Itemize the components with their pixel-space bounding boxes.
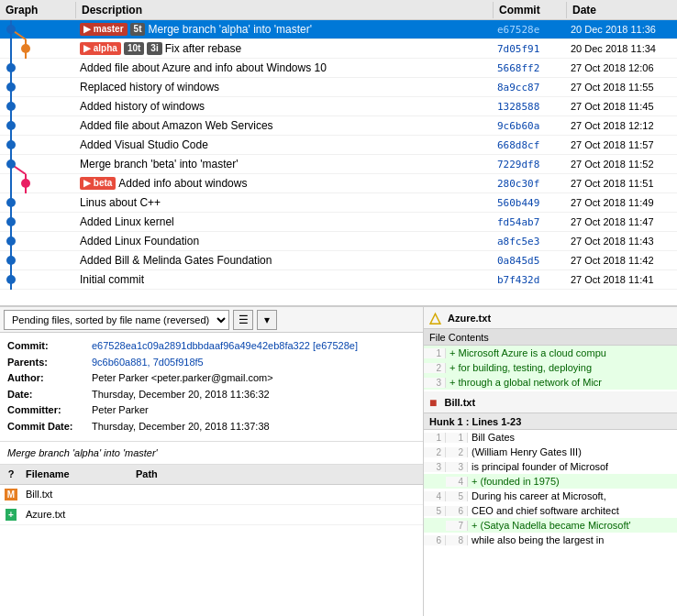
commit-row[interactable]: Added file about Azure and info about Wi… [0,59,677,78]
commit-row[interactable]: ▶ alpha10t3iFix after rebase7d05f9120 De… [0,39,677,59]
diff-line: 2+ for building, testing, deploying [424,360,677,375]
description-column-header: Description [76,2,494,18]
date-cell: 27 Oct 2018 11:51 [567,178,677,189]
line-number-old: 6 [424,535,446,545]
line-number-new: 2 [446,447,468,457]
commit-row[interactable]: ▶ betaAdded info about windows280c30f27 … [0,174,677,193]
diff-line: 11 Bill Gates [424,430,677,445]
parents-value[interactable]: 9c6b60a881, 7d05f918f5 [92,355,204,371]
commit-hash-cell[interactable]: 668d8cf [494,139,567,151]
diff-text: + through a global network of Micr [446,377,602,388]
toolbar: Pending files, sorted by file name (reve… [0,307,423,333]
svg-point-11 [6,102,16,111]
date-cell: 20 Dec 2018 11:36 [567,24,677,35]
commit-hash-cell[interactable]: 280c30f [494,178,567,190]
commit-row[interactable]: ▶ master5tMerge branch 'alpha' into 'mas… [0,20,677,39]
graph-svg [0,232,69,251]
line-number: 2 [424,363,446,373]
commit-row[interactable]: Merge branch 'beta' into 'master'7229df8… [0,155,677,174]
commit-info: Commit: e67528ea1c09a2891dbbdaaf96a49e42… [0,333,423,442]
description-cell: ▶ alpha10t3iFix after rebase [76,42,494,55]
date-cell: 27 Oct 2018 11:42 [567,255,677,266]
commit-hash-cell[interactable]: 7d05f91 [494,43,567,55]
description-cell: Merge branch 'beta' into 'master' [76,158,494,170]
graph-cell [0,174,76,193]
svg-point-23 [6,198,16,207]
commit-hash-cell[interactable]: 5668ff2 [494,62,567,74]
commit-row[interactable]: Added history of windows132858827 Oct 20… [0,97,677,116]
line-number-old: 2 [424,447,446,457]
line-number-new: 1 [446,433,468,443]
svg-point-25 [6,217,16,226]
svg-point-7 [6,63,16,72]
commit-hash-cell[interactable]: 7229df8 [494,159,567,170]
graph-cell [0,136,76,155]
file-status-col-header: ? [0,468,22,479]
line-number-old: 1 [424,433,446,443]
commit-hash-cell[interactable]: 8a9cc87 [494,82,567,94]
date-cell: 27 Oct 2018 12:06 [567,62,677,73]
sort-dropdown[interactable]: Pending files, sorted by file name (reve… [4,310,229,330]
graph-cell [0,251,76,270]
description-cell: Added Linux kernel [76,215,494,228]
file-row[interactable]: +Azure.txt [0,505,423,525]
description-text: Added Bill & Melinda Gates Foundation [80,254,272,267]
commit-hash-cell[interactable]: e67528e [494,24,567,36]
svg-point-31 [6,275,16,284]
diff-line: 33 is principal founder of Microsof [424,459,677,474]
commit-hash-full[interactable]: e67528ea1c09a2891dbbdaaf96a49e42eb8fa322… [92,338,358,355]
diff-text: + (Satya Nadella became Microsoft' [468,520,631,531]
date-cell: 27 Oct 2018 11:41 [567,274,677,285]
commit-row[interactable]: Added Linux Foundationa8fc5e327 Oct 2018… [0,232,677,251]
graph-svg [0,59,69,78]
description-text: Merge branch 'beta' into 'master' [80,158,239,170]
line-number-old: 4 [424,491,446,501]
commit-date-label: Commit Date: [7,419,90,435]
description-cell: Initial commit [76,273,494,286]
commit-hash-cell[interactable]: 1328588 [494,101,567,113]
commit-hash-cell[interactable]: b7f432d [494,274,567,286]
commit-row[interactable]: Replaced history of windows8a9cc8727 Oct… [0,78,677,97]
diff-line: 7+ (Satya Nadella became Microsoft' [424,518,677,533]
commit-row[interactable]: Linus about C++560b44927 Oct 2018 11:49 [0,193,677,213]
graph-svg [0,251,69,270]
filename-cell: Bill.txt [22,489,132,500]
graph-svg [0,213,69,232]
line-number-new: 8 [446,535,468,545]
line-number-old: 3 [424,462,446,472]
committer-value: Peter Parker [92,402,149,419]
date-value: Thursday, December 20, 2018 11:36:32 [92,387,270,403]
bill-file-header: ■ Bill.txt [424,391,677,413]
commit-row[interactable]: Added Linux kernelfd54ab727 Oct 2018 11:… [0,213,677,232]
diff-line: 68 while also being the largest in [424,533,677,547]
commit-hash-cell[interactable]: a8fc5e3 [494,236,567,248]
commit-hash-cell[interactable]: 0a845d5 [494,255,567,267]
settings-button[interactable]: ▾ [257,310,277,330]
commit-date-value: Thursday, December 20, 2018 11:37:38 [92,419,270,435]
commit-row[interactable]: Added Visual Studio Code668d8cf27 Oct 20… [0,136,677,155]
file-status-icon: + [0,509,22,520]
description-cell: Added history of windows [76,100,494,113]
line-number: 3 [424,378,446,388]
commit-hash-cell[interactable]: 9c6b60a [494,120,567,132]
line-number-old: 5 [424,506,446,516]
commit-row[interactable]: Initial commitb7f432d27 Oct 2018 11:41 [0,270,677,290]
commit-hash-cell[interactable]: 560b449 [494,197,567,209]
svg-point-13 [6,121,16,130]
commit-hash-cell[interactable]: fd54ab7 [494,216,567,228]
diff-line: 56 CEO and chief software architect [424,503,677,518]
azure-contents-label: File Contents [424,329,677,346]
commit-list: ▶ master5tMerge branch 'alpha' into 'mas… [0,20,677,305]
diff-text: + for building, testing, deploying [446,362,592,373]
description-text: Added Linux Foundation [80,235,199,248]
commit-row[interactable]: Added Bill & Melinda Gates Foundation0a8… [0,251,677,270]
bottom-section: Pending files, sorted by file name (reve… [0,307,677,616]
commit-row[interactable]: Added file about Amazon Web Services9c6b… [0,116,677,136]
date-cell: 27 Oct 2018 11:43 [567,236,677,247]
file-row[interactable]: MBill.txt [0,485,423,505]
date-column-header: Date [567,2,677,18]
commit-message: Merge branch 'alpha' into 'master' [0,442,423,465]
filename-col-header: Filename [22,468,132,479]
graph-cell [0,213,76,232]
list-view-button[interactable]: ☰ [233,310,253,330]
